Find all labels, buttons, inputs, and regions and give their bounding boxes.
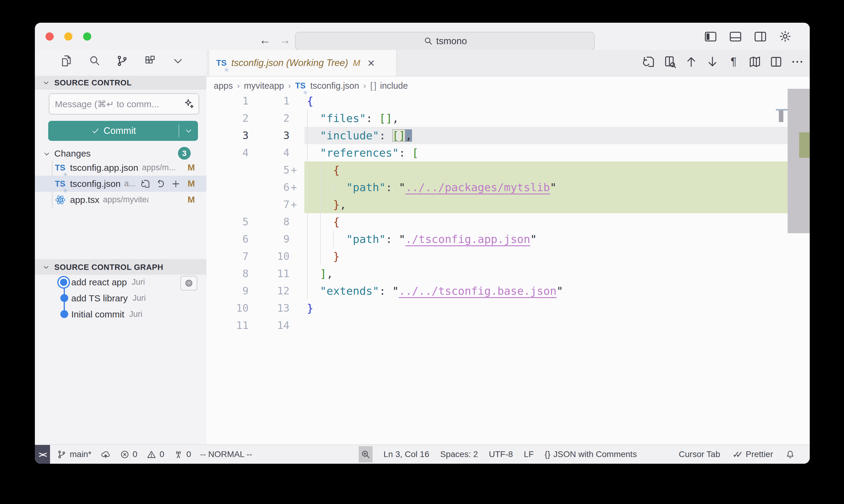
command-center-search[interactable]: tsmono <box>295 32 595 51</box>
code-text: { <box>307 213 340 231</box>
code-line[interactable]: 912 "extends": "../../tsconfig.base.json… <box>206 282 810 300</box>
toggle-panel-button[interactable] <box>728 30 742 43</box>
breadcrumb-item-include[interactable]: include <box>380 81 408 91</box>
change-list-item[interactable]: TStsconfig.jsona...M <box>35 176 206 192</box>
errors-status[interactable]: 0 <box>120 449 138 460</box>
code-line[interactable]: 44 "references": [ <box>206 144 810 161</box>
source-control-section-header[interactable]: SOURCE CONTROL <box>35 76 214 90</box>
status-text: Prettier <box>746 449 773 459</box>
navigate-forward-button[interactable]: → <box>279 34 291 46</box>
code-text: { <box>307 161 340 179</box>
code-text: "extends": "../../tsconfig.base.json" <box>307 282 563 300</box>
breadcrumb-item-myviteapp[interactable]: myviteapp <box>244 81 284 91</box>
commit-list-item[interactable]: Initial commitJuri <box>35 306 206 322</box>
code-line[interactable]: 710 } <box>206 248 810 265</box>
close-window-button[interactable] <box>46 32 54 41</box>
code-line[interactable]: 69 "path": "./tsconfig.app.json" <box>206 231 810 248</box>
explorer-view-button[interactable] <box>59 54 74 68</box>
toggle-secondary-sidebar-button[interactable] <box>753 30 767 43</box>
search-view-button[interactable] <box>87 54 102 68</box>
notifications-bell[interactable] <box>785 449 795 460</box>
next-change-button[interactable] <box>705 55 719 69</box>
commit-author: Juri <box>129 309 142 319</box>
goto-commit-button[interactable] <box>180 276 197 290</box>
encoding-status[interactable]: UTF-8 <box>489 449 513 459</box>
code-line[interactable]: 1013} <box>206 300 810 317</box>
source-control-graph-header[interactable]: SOURCE CONTROL GRAPH <box>35 259 214 275</box>
tab-tsconfig-json-working-tree[interactable]: TS tsconfig.json (Working Tree) M × <box>209 50 397 76</box>
compare-editor-button[interactable] <box>663 55 677 69</box>
window-controls <box>46 32 91 41</box>
status-icon-glyph: ✓✓ <box>732 449 739 460</box>
code-line[interactable]: 811 ], <box>206 265 810 282</box>
code-line[interactable]: 33 "include": [], <box>206 127 810 144</box>
code-line[interactable]: 58 { <box>206 213 810 231</box>
breadcrumb-item-tsconfigjson[interactable]: tsconfig.json <box>310 81 359 91</box>
zoom-indicator[interactable] <box>359 446 373 463</box>
editor-area: TS tsconfig.json (Working Tree) M × ¶ ap… <box>206 50 810 444</box>
more-actions-button[interactable] <box>790 55 804 69</box>
extensions-view-button[interactable] <box>143 54 157 68</box>
chevron-down-icon <box>42 263 50 271</box>
code-line[interactable]: 5+ { <box>206 161 810 179</box>
open-file-icon[interactable] <box>140 179 151 189</box>
navigate-back-button[interactable]: ← <box>259 34 271 46</box>
line-number-original: 1 <box>206 92 248 110</box>
language-mode-status[interactable]: {}JSON with Comments <box>545 449 637 459</box>
commit-message-placeholder: Message (⌘↵ to comm... <box>49 99 184 109</box>
chevron-down-icon <box>43 150 51 158</box>
sync-status[interactable] <box>101 449 111 460</box>
discard-icon[interactable] <box>156 179 166 189</box>
change-list-item[interactable]: TStsconfig.app.jsonapps/m...M <box>35 160 206 176</box>
code-line[interactable]: 6+ "path": "../../packages/mytslib" <box>206 179 810 196</box>
toggle-primary-sidebar-button[interactable] <box>704 30 718 43</box>
stage-icon[interactable] <box>171 179 181 189</box>
change-list-item[interactable]: app.tsxapps/myviteapp/sr...M <box>35 192 206 208</box>
commit-list-item[interactable]: add TS libraryJuri <box>35 290 206 306</box>
line-number-original: 4 <box>206 144 248 161</box>
eol-status[interactable]: LF <box>524 449 534 459</box>
code-line[interactable]: 1114 <box>206 317 810 334</box>
maximize-window-button[interactable] <box>83 32 91 41</box>
additional-views-button[interactable] <box>171 54 185 68</box>
settings-button[interactable] <box>778 30 792 43</box>
ports-status[interactable]: 0 <box>173 449 191 460</box>
indentation-status[interactable]: Spaces: 2 <box>440 449 478 459</box>
breadcrumb-item-apps[interactable]: apps <box>214 81 233 91</box>
cursor-position-status[interactable]: Ln 3, Col 16 <box>383 449 429 459</box>
code-line[interactable]: 11{ <box>206 92 810 110</box>
remote-indicator[interactable]: >< <box>35 445 50 464</box>
minimize-window-button[interactable] <box>64 32 72 41</box>
status-text: Ln 3, Col 16 <box>383 449 429 459</box>
close-tab-button[interactable]: × <box>368 57 375 69</box>
chevron-down-icon <box>184 126 193 136</box>
editor-scrollbar[interactable] <box>788 89 810 233</box>
line-number-original: 7 <box>206 248 248 265</box>
commit-list-item[interactable]: add react appJuri <box>35 274 206 290</box>
commit-dropdown-button[interactable] <box>179 126 198 136</box>
status-text: 0 <box>133 449 138 459</box>
code-line[interactable]: 22 "files": [], <box>206 110 810 127</box>
split-editor-button[interactable] <box>769 55 783 69</box>
previous-change-button[interactable] <box>684 55 698 69</box>
commit-message-input[interactable]: Message (⌘↵ to comm... <box>49 93 199 114</box>
commit-button[interactable]: Commit <box>48 121 198 141</box>
code-line[interactable]: 7+ }, <box>206 196 810 213</box>
tsconfig-file-icon: TS <box>216 57 227 69</box>
whitespace-toggle-button[interactable]: ¶ <box>727 55 741 69</box>
vim-mode-status[interactable]: -- NORMAL -- <box>200 449 252 459</box>
branch-status[interactable]: main* <box>57 449 91 460</box>
warnings-status[interactable]: 0 <box>147 449 164 460</box>
source-control-view-button[interactable] <box>115 54 130 68</box>
line-number-modified: 12 <box>255 282 290 300</box>
cursor-tab-status[interactable]: Cursor Tab <box>679 449 720 459</box>
open-changes-button[interactable] <box>642 55 656 69</box>
chevron-down-icon <box>42 79 50 87</box>
changes-count-badge: 3 <box>178 147 191 160</box>
line-number-modified: 5 <box>255 161 290 179</box>
added-line-plus: + <box>291 161 297 179</box>
sparkle-icon[interactable] <box>184 98 195 110</box>
minimap-toggle-button[interactable] <box>748 55 762 69</box>
overview-ruler-selection-marker <box>779 111 783 122</box>
formatter-status[interactable]: ✓✓Prettier <box>732 449 773 460</box>
